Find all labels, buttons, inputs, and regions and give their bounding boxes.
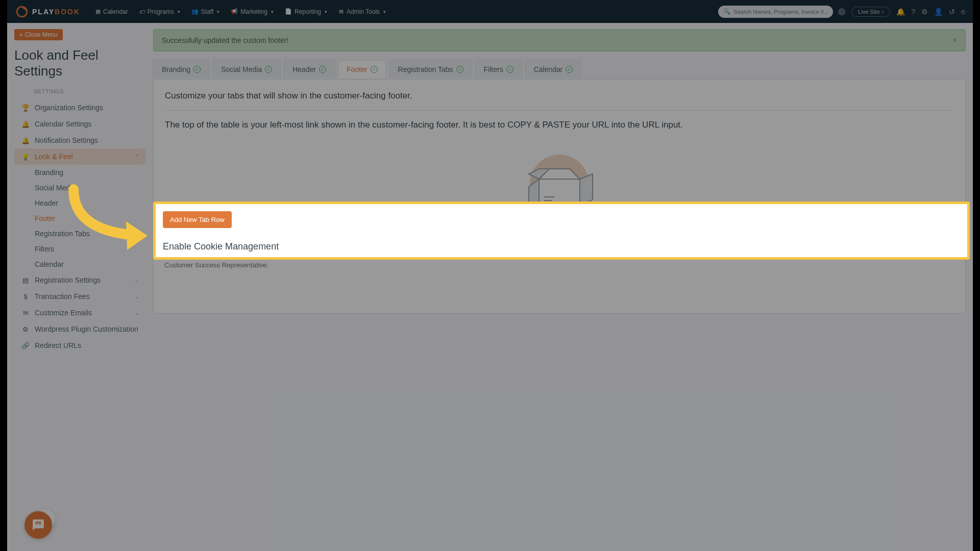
sidebar-sub-header[interactable]: Header — [35, 195, 146, 211]
tab-filters[interactable]: Filters✓ — [475, 60, 522, 78]
trophy-icon: 🏆 — [21, 104, 30, 112]
sidebar-item-notification[interactable]: 🔔Notification Settings — [14, 132, 146, 148]
sidebar-item-redirect[interactable]: 🔗Redirect URLs — [14, 337, 146, 354]
logout-icon[interactable]: ⎋ — [961, 8, 965, 16]
sidebar-sub-social[interactable]: Social Media — [35, 180, 146, 195]
close-menu-button[interactable]: « Close Menu — [14, 29, 63, 40]
sidebar-item-label: Calendar Settings — [35, 120, 91, 128]
gear-icon[interactable]: ⚙ — [921, 8, 928, 16]
nav-marketing[interactable]: 📢Marketing▾ — [226, 5, 279, 18]
live-site-label: Live Site — [858, 9, 879, 15]
nav-staff-label: Staff — [201, 8, 213, 15]
bell-icon[interactable]: 🔔 — [896, 8, 905, 16]
sidebar-sub-calendar[interactable]: Calendar — [35, 257, 146, 272]
dollar-icon: $ — [21, 293, 30, 300]
panel-hint: The top of the table is your left-most l… — [165, 120, 954, 130]
topnav: PLAYBOOK ▦Calendar 🏷Programs▾ 👥Staff▾ 📢M… — [7, 0, 973, 23]
sidebar-item-transaction[interactable]: $Transaction Fees⌄ — [14, 288, 146, 305]
sidebar-sub-footer[interactable]: Footer — [35, 211, 146, 226]
bell-icon: 🔔 — [21, 137, 30, 144]
section-label: SETTINGS — [14, 88, 146, 94]
nav-reporting-label: Reporting — [295, 8, 321, 15]
highlight-box: Add New Tab Row Enable Cookie Management — [153, 202, 970, 260]
tab-label: Calendar — [534, 65, 563, 73]
check-icon: ✓ — [319, 66, 326, 73]
check-icon: ✓ — [456, 66, 463, 73]
sidebar-item-wordpress[interactable]: ⚙Wordpress Plugin Customization — [14, 321, 146, 337]
logo-text: PLAYBOOK — [32, 8, 80, 16]
sidebar-item-registration-settings[interactable]: ▤Registration Settings⌄ — [14, 272, 146, 288]
highlight-wrap: Add New Tab Row Enable Cookie Management — [153, 202, 970, 260]
help-badge-icon[interactable]: ? — [838, 8, 845, 15]
tab-branding[interactable]: Branding✓ — [153, 60, 209, 78]
svg-point-0 — [17, 7, 27, 17]
sidebar-sub-branding[interactable]: Branding — [35, 165, 146, 180]
close-icon[interactable]: × — [952, 36, 957, 45]
chevron-left-icon: « — [19, 31, 23, 38]
envelope-icon: ✉ — [21, 309, 30, 317]
tab-registration-tabs[interactable]: Registration Tabs✓ — [389, 60, 472, 78]
sidebar-item-customize-emails[interactable]: ✉Customize Emails⌄ — [14, 305, 146, 321]
bell-icon: 🔔 — [21, 120, 30, 128]
sidebar-item-label: Redirect URLs — [35, 341, 81, 349]
chat-button[interactable] — [24, 511, 52, 539]
lightbulb-icon: 💡 — [21, 153, 30, 161]
logo[interactable]: PLAYBOOK — [15, 5, 80, 19]
calendar-icon: ▦ — [95, 8, 101, 15]
chevron-down-icon: ⌄ — [134, 310, 139, 316]
page-title: Look and Feel Settings — [14, 47, 146, 79]
sidebar: « Close Menu Look and Feel Settings SETT… — [7, 23, 153, 551]
content: Successfully updated the custom footer! … — [153, 23, 973, 551]
nav-programs-label: Programs — [148, 8, 174, 15]
user-plus-icon[interactable]: 👤 — [934, 8, 943, 16]
nav-calendar-label: Calendar — [103, 8, 128, 15]
tab-label: Social Media — [221, 65, 262, 73]
nav-calendar[interactable]: ▦Calendar — [90, 5, 133, 18]
nav-marketing-label: Marketing — [240, 8, 267, 15]
tab-social-media[interactable]: Social Media✓ — [212, 60, 281, 78]
chevron-down-icon: ▾ — [383, 9, 386, 14]
tab-label: Header — [292, 65, 316, 73]
chat-icon — [32, 518, 45, 532]
sidebar-item-look-feel[interactable]: 💡Look & Feel⌃ — [14, 148, 146, 165]
nav-reporting[interactable]: 📄Reporting▾ — [280, 5, 332, 18]
chevron-down-icon: ▾ — [178, 9, 180, 14]
tools-icon: 🛠 — [338, 9, 344, 15]
tag-icon: 🏷 — [139, 9, 145, 15]
file-icon: 📄 — [285, 8, 292, 15]
alert-success: Successfully updated the custom footer! … — [153, 29, 966, 52]
search-icon: 🔍 — [723, 8, 730, 15]
logo-icon — [15, 5, 29, 19]
nav-admin-tools[interactable]: 🛠Admin Tools▾ — [333, 5, 391, 18]
search-input[interactable] — [733, 9, 828, 15]
sidebar-item-label: Wordpress Plugin Customization — [35, 325, 138, 333]
check-icon: ✓ — [506, 66, 513, 73]
tab-header[interactable]: Header✓ — [284, 60, 335, 78]
sidebar-item-label: Notification Settings — [35, 136, 98, 144]
chevron-down-icon: ▾ — [325, 9, 327, 14]
tab-label: Registration Tabs — [398, 65, 453, 73]
chevron-down-icon: ⌄ — [134, 277, 139, 284]
sidebar-sub-registration-tabs[interactable]: Registration Tabs — [35, 226, 146, 241]
divider — [165, 110, 954, 111]
link-icon: 🔗 — [21, 342, 30, 349]
sidebar-sub-filters[interactable]: Filters — [35, 241, 146, 257]
tab-footer[interactable]: Footer✓ — [338, 60, 386, 79]
help-icon[interactable]: ? — [911, 8, 915, 16]
nav-programs[interactable]: 🏷Programs▾ — [134, 5, 185, 18]
search-box[interactable]: 🔍 — [718, 6, 833, 18]
sidebar-item-calendar[interactable]: 🔔Calendar Settings — [14, 116, 146, 132]
add-new-tab-row-button[interactable]: Add New Tab Row — [163, 211, 232, 228]
gear-icon: ⚙ — [21, 325, 30, 333]
alert-text: Successfully updated the custom footer! — [162, 36, 288, 44]
nav-admin-label: Admin Tools — [347, 8, 380, 15]
history-icon[interactable]: ↺ — [949, 8, 955, 16]
nav-staff[interactable]: 👥Staff▾ — [186, 5, 225, 18]
sidebar-item-organization[interactable]: 🏆Organization Settings — [14, 99, 146, 116]
tabs: Branding✓ Social Media✓ Header✓ Footer✓ … — [153, 60, 966, 78]
live-site-button[interactable]: Live Site› — [851, 7, 890, 17]
sidebar-item-label: Customize Emails — [35, 309, 92, 317]
tab-label: Branding — [162, 65, 190, 73]
tab-calendar[interactable]: Calendar✓ — [525, 60, 582, 78]
sidebar-item-label: Organization Settings — [35, 104, 103, 112]
